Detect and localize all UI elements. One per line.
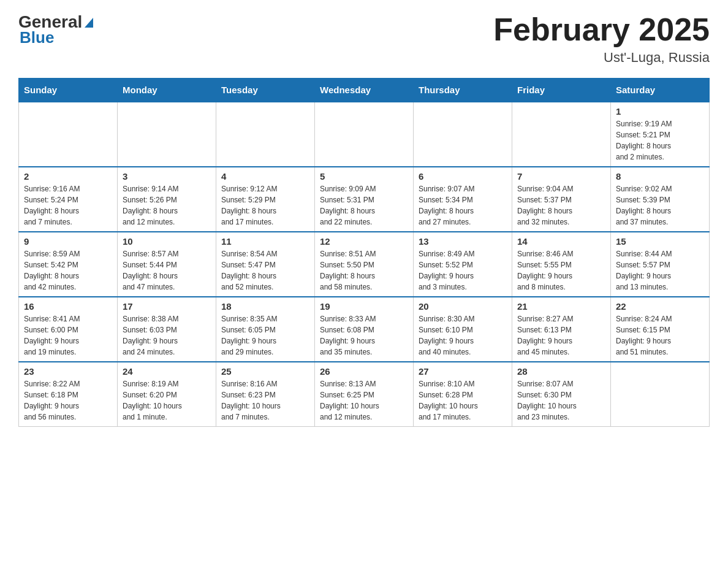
day-info: Sunrise: 9:19 AMSunset: 5:21 PMDaylight:… <box>616 118 704 163</box>
logo-triangle-icon <box>82 15 96 29</box>
day-number: 28 <box>517 366 605 377</box>
day-number: 12 <box>320 236 408 247</box>
calendar-cell: 23Sunrise: 8:22 AMSunset: 6:18 PMDayligh… <box>19 362 118 427</box>
title-block: February 2025 Ust'-Luga, Russia <box>493 12 710 66</box>
week-row-3: 9Sunrise: 8:59 AMSunset: 5:42 PMDaylight… <box>19 232 710 297</box>
day-number: 21 <box>517 301 605 312</box>
calendar-cell <box>414 102 512 167</box>
day-info: Sunrise: 8:27 AMSunset: 6:13 PMDaylight:… <box>517 313 605 358</box>
day-number: 15 <box>616 236 704 247</box>
day-number: 19 <box>320 301 408 312</box>
weekday-header-sunday: Sunday <box>19 79 118 102</box>
day-number: 26 <box>320 366 408 377</box>
location-title: Ust'-Luga, Russia <box>493 50 710 66</box>
day-info: Sunrise: 8:54 AMSunset: 5:47 PMDaylight:… <box>221 248 309 293</box>
day-info: Sunrise: 8:33 AMSunset: 6:08 PMDaylight:… <box>320 313 408 358</box>
day-number: 9 <box>24 236 112 247</box>
weekday-header-wednesday: Wednesday <box>315 79 414 102</box>
day-info: Sunrise: 8:13 AMSunset: 6:25 PMDaylight:… <box>320 378 408 423</box>
day-info: Sunrise: 8:07 AMSunset: 6:30 PMDaylight:… <box>517 378 605 423</box>
day-number: 23 <box>24 366 112 377</box>
logo: General Blue <box>18 12 96 45</box>
day-info: Sunrise: 8:57 AMSunset: 5:44 PMDaylight:… <box>123 248 211 293</box>
day-number: 10 <box>123 236 211 247</box>
weekday-header-row: SundayMondayTuesdayWednesdayThursdayFrid… <box>19 79 710 102</box>
weekday-header-tuesday: Tuesday <box>216 79 315 102</box>
day-number: 2 <box>24 171 112 182</box>
calendar-cell: 19Sunrise: 8:33 AMSunset: 6:08 PMDayligh… <box>315 297 414 362</box>
calendar-cell: 18Sunrise: 8:35 AMSunset: 6:05 PMDayligh… <box>216 297 315 362</box>
week-row-4: 16Sunrise: 8:41 AMSunset: 6:00 PMDayligh… <box>19 297 710 362</box>
calendar-cell: 15Sunrise: 8:44 AMSunset: 5:57 PMDayligh… <box>611 232 710 297</box>
calendar-cell: 6Sunrise: 9:07 AMSunset: 5:34 PMDaylight… <box>414 167 512 232</box>
calendar-cell: 7Sunrise: 9:04 AMSunset: 5:37 PMDaylight… <box>512 167 611 232</box>
calendar-cell: 25Sunrise: 8:16 AMSunset: 6:23 PMDayligh… <box>216 362 315 427</box>
day-number: 16 <box>24 301 112 312</box>
calendar-cell: 20Sunrise: 8:30 AMSunset: 6:10 PMDayligh… <box>414 297 512 362</box>
day-info: Sunrise: 8:51 AMSunset: 5:50 PMDaylight:… <box>320 248 408 293</box>
day-info: Sunrise: 8:49 AMSunset: 5:52 PMDaylight:… <box>419 248 507 293</box>
calendar-cell: 13Sunrise: 8:49 AMSunset: 5:52 PMDayligh… <box>414 232 512 297</box>
calendar-cell: 14Sunrise: 8:46 AMSunset: 5:55 PMDayligh… <box>512 232 611 297</box>
calendar-cell: 22Sunrise: 8:24 AMSunset: 6:15 PMDayligh… <box>611 297 710 362</box>
calendar-cell: 28Sunrise: 8:07 AMSunset: 6:30 PMDayligh… <box>512 362 611 427</box>
day-info: Sunrise: 9:09 AMSunset: 5:31 PMDaylight:… <box>320 183 408 228</box>
day-number: 17 <box>123 301 211 312</box>
day-info: Sunrise: 9:07 AMSunset: 5:34 PMDaylight:… <box>419 183 507 228</box>
weekday-header-friday: Friday <box>512 79 611 102</box>
day-info: Sunrise: 9:14 AMSunset: 5:26 PMDaylight:… <box>123 183 211 228</box>
page-header: General Blue February 2025 Ust'-Luga, Ru… <box>18 12 710 66</box>
calendar-cell <box>315 102 414 167</box>
calendar-cell: 17Sunrise: 8:38 AMSunset: 6:03 PMDayligh… <box>118 297 216 362</box>
day-number: 24 <box>123 366 211 377</box>
day-number: 20 <box>419 301 507 312</box>
day-info: Sunrise: 8:19 AMSunset: 6:20 PMDaylight:… <box>123 378 211 423</box>
day-info: Sunrise: 8:30 AMSunset: 6:10 PMDaylight:… <box>419 313 507 358</box>
calendar-cell: 3Sunrise: 9:14 AMSunset: 5:26 PMDaylight… <box>118 167 216 232</box>
calendar-cell: 16Sunrise: 8:41 AMSunset: 6:00 PMDayligh… <box>19 297 118 362</box>
calendar-cell: 21Sunrise: 8:27 AMSunset: 6:13 PMDayligh… <box>512 297 611 362</box>
calendar-cell: 11Sunrise: 8:54 AMSunset: 5:47 PMDayligh… <box>216 232 315 297</box>
calendar-cell: 24Sunrise: 8:19 AMSunset: 6:20 PMDayligh… <box>118 362 216 427</box>
day-number: 8 <box>616 171 704 182</box>
day-info: Sunrise: 8:24 AMSunset: 6:15 PMDaylight:… <box>616 313 704 358</box>
day-info: Sunrise: 8:10 AMSunset: 6:28 PMDaylight:… <box>419 378 507 423</box>
calendar-cell: 9Sunrise: 8:59 AMSunset: 5:42 PMDaylight… <box>19 232 118 297</box>
day-number: 13 <box>419 236 507 247</box>
day-number: 5 <box>320 171 408 182</box>
day-number: 27 <box>419 366 507 377</box>
day-number: 14 <box>517 236 605 247</box>
day-number: 25 <box>221 366 309 377</box>
calendar-cell: 10Sunrise: 8:57 AMSunset: 5:44 PMDayligh… <box>118 232 216 297</box>
calendar-cell: 4Sunrise: 9:12 AMSunset: 5:29 PMDaylight… <box>216 167 315 232</box>
calendar-cell: 27Sunrise: 8:10 AMSunset: 6:28 PMDayligh… <box>414 362 512 427</box>
calendar-cell <box>216 102 315 167</box>
svg-marker-0 <box>85 18 93 28</box>
week-row-5: 23Sunrise: 8:22 AMSunset: 6:18 PMDayligh… <box>19 362 710 427</box>
day-info: Sunrise: 8:41 AMSunset: 6:00 PMDaylight:… <box>24 313 112 358</box>
calendar-cell: 5Sunrise: 9:09 AMSunset: 5:31 PMDaylight… <box>315 167 414 232</box>
week-row-1: 1Sunrise: 9:19 AMSunset: 5:21 PMDaylight… <box>19 102 710 167</box>
day-number: 6 <box>419 171 507 182</box>
day-info: Sunrise: 9:16 AMSunset: 5:24 PMDaylight:… <box>24 183 112 228</box>
calendar-table: SundayMondayTuesdayWednesdayThursdayFrid… <box>18 78 710 427</box>
calendar-cell <box>611 362 710 427</box>
day-info: Sunrise: 8:59 AMSunset: 5:42 PMDaylight:… <box>24 248 112 293</box>
calendar-cell <box>19 102 118 167</box>
day-number: 4 <box>221 171 309 182</box>
week-row-2: 2Sunrise: 9:16 AMSunset: 5:24 PMDaylight… <box>19 167 710 232</box>
day-number: 3 <box>123 171 211 182</box>
day-number: 1 <box>616 106 704 117</box>
day-info: Sunrise: 8:44 AMSunset: 5:57 PMDaylight:… <box>616 248 704 293</box>
day-info: Sunrise: 9:12 AMSunset: 5:29 PMDaylight:… <box>221 183 309 228</box>
calendar-cell: 2Sunrise: 9:16 AMSunset: 5:24 PMDaylight… <box>19 167 118 232</box>
day-info: Sunrise: 9:02 AMSunset: 5:39 PMDaylight:… <box>616 183 704 228</box>
day-number: 11 <box>221 236 309 247</box>
day-number: 18 <box>221 301 309 312</box>
day-info: Sunrise: 8:46 AMSunset: 5:55 PMDaylight:… <box>517 248 605 293</box>
weekday-header-monday: Monday <box>118 79 216 102</box>
day-info: Sunrise: 8:35 AMSunset: 6:05 PMDaylight:… <box>221 313 309 358</box>
calendar-cell: 26Sunrise: 8:13 AMSunset: 6:25 PMDayligh… <box>315 362 414 427</box>
weekday-header-thursday: Thursday <box>414 79 512 102</box>
day-info: Sunrise: 8:38 AMSunset: 6:03 PMDaylight:… <box>123 313 211 358</box>
